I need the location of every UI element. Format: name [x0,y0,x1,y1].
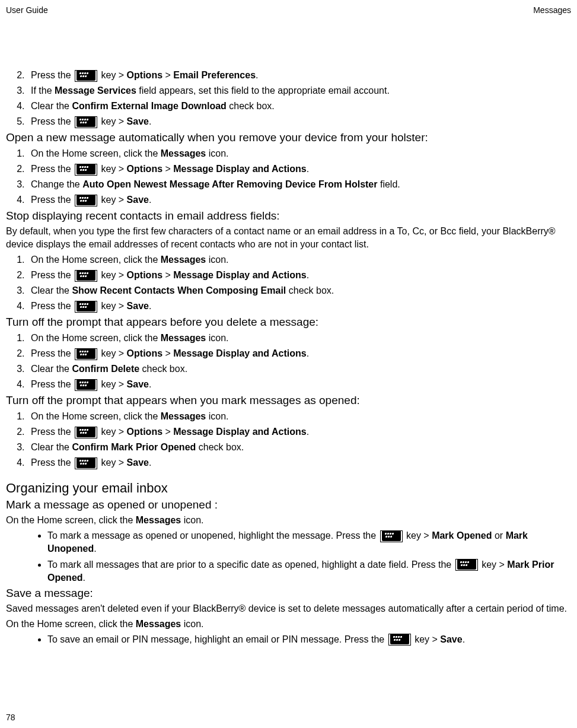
blackberry-menu-key-icon [380,530,403,542]
section-save-message-bullets: To save an email or PIN message, highlig… [6,633,571,646]
blackberry-menu-key-icon [75,348,97,360]
continued-steps: Press the key > Options > Email Preferen… [6,68,571,129]
section-save-message-intro: On the Home screen, click the Messages i… [6,618,571,631]
step-item: Press the key > Save. [27,377,571,392]
step-item: On the Home screen, click the Messages i… [27,147,571,161]
section-delete-prompt-steps: On the Home screen, click the Messages i… [6,331,571,392]
content: Press the key > Options > Email Preferen… [6,68,571,646]
section-stop-recent-intro: By default, when you type the first few … [6,225,571,250]
step-item: Press the key > Options > Message Displa… [27,268,571,282]
blackberry-menu-key-icon [75,116,97,128]
section-save-message-para: Saved messages aren't deleted even if yo… [6,602,571,615]
step-item: Press the key > Save. [27,456,571,470]
step-item: Press the key > Save. [27,299,571,313]
step-item: If the Message Services field appears, s… [27,84,571,98]
step-item: Clear the Confirm Delete check box. [27,362,571,376]
step-item: Press the key > Options > Message Displa… [27,162,571,176]
section-mark-opened-prompt-title: Turn off the prompt that appears when yo… [6,394,571,407]
section-open-new-message-steps: On the Home screen, click the Messages i… [6,147,571,207]
section-mark-opened-prompt-steps: On the Home screen, click the Messages i… [6,409,571,470]
bullet-item: To save an email or PIN message, highlig… [47,633,571,646]
page-header: User Guide Messages [6,5,571,15]
blackberry-menu-key-icon [75,457,97,469]
section-organizing-title: Organizing your email inbox [6,481,571,496]
blackberry-menu-key-icon [75,195,97,206]
section-save-message-title: Save a message: [6,587,571,600]
step-item: Clear the Confirm Mark Prior Opened chec… [27,440,571,454]
section-mark-message-title: Mark a message as opened or unopened : [6,498,571,511]
section-mark-message-intro: On the Home screen, click the Messages i… [6,514,571,527]
header-left: User Guide [6,5,48,15]
blackberry-menu-key-icon [388,634,411,646]
step-item: Clear the Confirm External Image Downloa… [27,99,571,113]
section-stop-recent-steps: On the Home screen, click the Messages i… [6,253,571,313]
section-mark-message-bullets: To mark a message as opened or unopened,… [6,529,571,585]
page: User Guide Messages Press the key > Opti… [0,0,577,728]
blackberry-menu-key-icon [75,379,97,391]
bullet-item: To mark all messages that are prior to a… [47,558,571,585]
header-right: Messages [533,5,571,15]
page-number: 78 [6,713,15,722]
step-item: Press the key > Options > Email Preferen… [27,68,571,82]
blackberry-menu-key-icon [75,164,97,176]
step-item: Change the Auto Open Newest Message Afte… [27,177,571,192]
bullet-item: To mark a message as opened or unopened,… [47,529,571,556]
blackberry-menu-key-icon [75,270,97,282]
step-item: Press the key > Save. [27,115,571,129]
step-item: On the Home screen, click the Messages i… [27,409,571,424]
section-open-new-message-title: Open a new message automatically when yo… [6,131,571,144]
section-stop-recent-title: Stop displaying recent contacts in email… [6,209,571,222]
step-item: Press the key > Options > Message Displa… [27,346,571,361]
blackberry-menu-key-icon [75,427,97,438]
step-item: On the Home screen, click the Messages i… [27,253,571,267]
blackberry-menu-key-icon [75,301,97,313]
step-item: Press the key > Options > Message Displa… [27,425,571,439]
step-item: Clear the Show Recent Contacts When Comp… [27,284,571,298]
section-delete-prompt-title: Turn off the prompt that appears before … [6,316,571,329]
blackberry-menu-key-icon [455,559,478,571]
step-item: Press the key > Save. [27,193,571,207]
step-item: On the Home screen, click the Messages i… [27,331,571,345]
blackberry-menu-key-icon [75,70,97,82]
